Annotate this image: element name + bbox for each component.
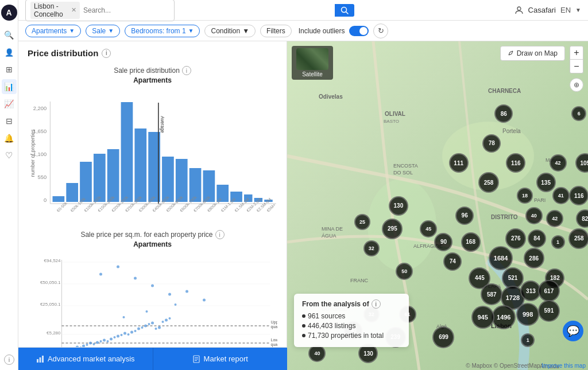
svg-point-82: [185, 290, 188, 293]
condition-arrow: ▼: [242, 27, 249, 35]
sidebar-icon-analysis[interactable]: 📊: [2, 79, 17, 94]
sidebar-icon-search[interactable]: 🔍: [2, 28, 17, 42]
svg-point-71: [151, 322, 154, 325]
sidebar-icon-bell[interactable]: 🔔: [2, 131, 17, 146]
map-cluster[interactable]: 74: [443, 252, 462, 271]
include-outliers-toggle[interactable]: [349, 26, 369, 36]
map-cluster[interactable]: 135: [536, 173, 556, 192]
user-area: Casafari EN ▼: [514, 6, 581, 15]
lang-selector[interactable]: EN: [560, 6, 571, 14]
draw-on-map-button[interactable]: Draw on Map: [500, 46, 565, 61]
chat-button[interactable]: 💬: [563, 321, 583, 341]
map-cluster[interactable]: 40: [525, 207, 543, 224]
filter-deal-type[interactable]: Sale ▼: [86, 25, 120, 37]
panel-info-icon[interactable]: i: [102, 49, 111, 58]
map-cluster[interactable]: 1496: [492, 305, 516, 329]
map-cluster[interactable]: 258: [478, 172, 499, 193]
map-cluster[interactable]: 6: [571, 106, 586, 121]
chart1-info-icon[interactable]: i: [182, 66, 191, 75]
sidebar-icon-heart[interactable]: ♡: [2, 148, 17, 163]
advanced-market-analysis-button[interactable]: Advanced market analysis: [18, 348, 153, 370]
map-cluster[interactable]: 699: [432, 326, 454, 348]
filter-bedrooms[interactable]: Bedrooms: from 1 ▼: [125, 25, 200, 37]
map-cluster[interactable]: 45: [420, 220, 437, 237]
map-cluster[interactable]: 286: [524, 248, 544, 268]
search-button[interactable]: [335, 4, 354, 17]
map-cluster[interactable]: 25: [354, 214, 370, 230]
map-cluster[interactable]: 116: [506, 153, 525, 173]
map-background[interactable]: Odivelas OLIVAL BASTO ENCOSTA DO SOL CHA…: [287, 41, 588, 370]
map-cluster[interactable]: 1: [551, 235, 565, 249]
map-cluster[interactable]: 96: [455, 207, 474, 225]
map-cluster[interactable]: 1: [521, 333, 535, 347]
map-cluster[interactable]: 587: [481, 283, 502, 305]
lang-chevron[interactable]: ▼: [575, 7, 581, 13]
chart2-subtitle: Apartments: [28, 240, 277, 248]
map-cluster[interactable]: 84: [528, 229, 546, 248]
map-cluster[interactable]: 41: [552, 187, 570, 204]
map-cluster[interactable]: 90: [434, 233, 452, 251]
svg-text:PARI: PARI: [534, 197, 546, 203]
satellite-button[interactable]: Satellite: [292, 46, 333, 80]
svg-rect-93: [39, 357, 41, 363]
map-cluster[interactable]: 50: [396, 263, 413, 280]
satellite-thumbnail: [296, 48, 328, 70]
map-cluster[interactable]: 998: [516, 303, 539, 326]
search-box[interactable]: Lisbon - Concelho ✕: [25, 0, 175, 21]
map-cluster[interactable]: 86: [494, 104, 513, 123]
map-cluster[interactable]: 258: [568, 228, 588, 249]
map-cluster[interactable]: 18: [517, 188, 533, 204]
map-cluster[interactable]: 116: [569, 186, 588, 205]
compass-button[interactable]: ⊕: [570, 78, 583, 92]
map-cluster[interactable]: 40: [308, 345, 326, 362]
remove-search-tag[interactable]: ✕: [71, 6, 76, 14]
map-cluster[interactable]: 78: [482, 134, 501, 153]
map-cluster[interactable]: 617: [538, 280, 560, 302]
svg-point-86: [123, 316, 125, 318]
map-cluster[interactable]: 42: [546, 210, 563, 227]
sidebar-icon-chart[interactable]: 📈: [2, 96, 17, 111]
svg-text:2,200: 2,200: [33, 106, 47, 111]
info-icon[interactable]: i: [4, 355, 14, 365]
svg-point-68: [141, 326, 144, 329]
map-cluster[interactable]: 295: [382, 219, 403, 239]
svg-text:Lower: Lower: [271, 338, 278, 342]
filter-condition[interactable]: Condition ▼: [204, 25, 256, 37]
map-cluster[interactable]: 130: [389, 196, 408, 216]
map-cluster[interactable]: 105: [575, 153, 588, 173]
map-cluster[interactable]: 276: [505, 228, 526, 249]
svg-point-69: [144, 325, 147, 328]
map-cluster[interactable]: 82: [576, 209, 588, 228]
svg-point-55: [96, 341, 99, 344]
bar-1: [66, 183, 78, 202]
refresh-button[interactable]: ↻: [373, 24, 388, 38]
market-report-button[interactable]: Market report: [153, 348, 288, 370]
zoom-out-button[interactable]: −: [570, 60, 583, 73]
zoom-in-button[interactable]: +: [570, 46, 583, 60]
analysis-info-icon[interactable]: i: [372, 299, 381, 309]
filter-filters[interactable]: Filters: [260, 25, 292, 37]
map-cluster[interactable]: 42: [550, 154, 567, 172]
svg-text:Average: Average: [160, 116, 165, 133]
improve-map-link[interactable]: Improve this map: [541, 363, 586, 369]
svg-text:DISTRITO: DISTRITO: [491, 214, 518, 220]
sidebar-icon-person[interactable]: 👤: [2, 45, 17, 60]
sidebar-icon-grid[interactable]: ⊟: [2, 114, 17, 128]
dot-icon-3: [302, 334, 305, 337]
chart2-info-icon[interactable]: i: [215, 230, 225, 239]
svg-point-2: [517, 7, 521, 10]
map-cluster[interactable]: 32: [363, 240, 380, 256]
map-cluster[interactable]: 168: [461, 232, 481, 252]
bar-2: [80, 162, 92, 202]
map-cluster[interactable]: 1684: [489, 246, 513, 270]
search-input[interactable]: [83, 6, 169, 14]
map-cluster[interactable]: 945: [471, 306, 494, 329]
filter-property-type[interactable]: Apartments ▼: [25, 25, 81, 37]
deal-type-arrow: ▼: [108, 28, 114, 34]
svg-text:number of properties: number of properties: [30, 129, 36, 177]
sidebar-icon-layers[interactable]: ⊞: [2, 62, 17, 77]
app-logo[interactable]: A: [1, 5, 17, 21]
map-cluster[interactable]: 111: [449, 153, 469, 173]
svg-point-66: [134, 330, 137, 332]
map-cluster[interactable]: 591: [538, 300, 560, 322]
